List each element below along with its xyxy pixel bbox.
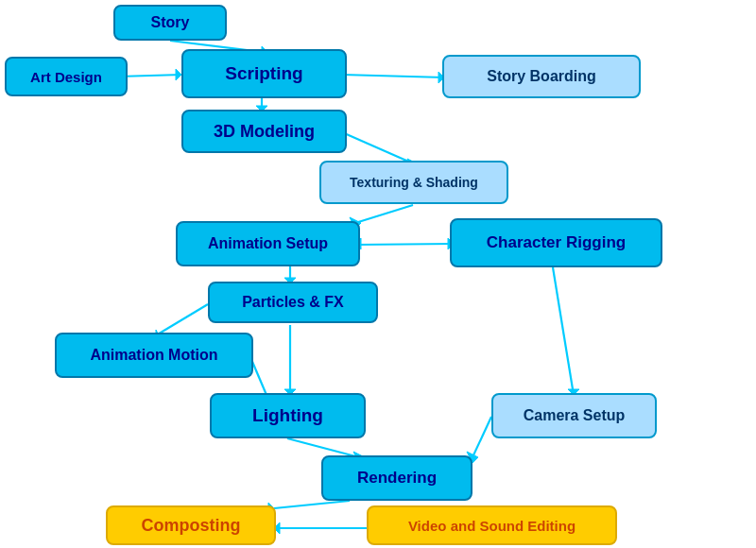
- lighting-node: Lighting: [210, 393, 366, 438]
- svg-line-29: [274, 501, 350, 508]
- svg-line-18: [156, 304, 208, 335]
- svg-line-5: [342, 75, 444, 77]
- video-sound-node: Video and Sound Editing: [367, 505, 617, 545]
- camera-setup-node: Camera Setup: [491, 393, 657, 438]
- svg-line-11: [355, 205, 413, 223]
- composting-node: Composting: [106, 505, 276, 545]
- rendering-node: Rendering: [321, 455, 472, 501]
- svg-line-9: [342, 132, 413, 163]
- svg-line-25: [287, 438, 359, 457]
- svg-line-2: [118, 75, 181, 77]
- story-boarding-node: Story Boarding: [442, 55, 641, 98]
- modeling-node: 3D Modeling: [181, 110, 347, 153]
- texturing-node: Texturing & Shading: [319, 161, 508, 204]
- animation-setup-node: Animation Setup: [176, 221, 360, 266]
- animation-motion-node: Animation Motion: [55, 333, 253, 378]
- diagram: Story Art Design Scripting Story Boardin…: [0, 0, 756, 548]
- particles-node: Particles & FX: [208, 282, 378, 323]
- svg-line-13: [355, 244, 454, 245]
- art-design-node: Art Design: [5, 57, 128, 96]
- svg-line-27: [472, 417, 491, 457]
- scripting-node: Scripting: [181, 49, 347, 98]
- character-rigging-node: Character Rigging: [450, 218, 662, 267]
- story-node: Story: [113, 5, 227, 41]
- svg-line-22: [553, 267, 574, 395]
